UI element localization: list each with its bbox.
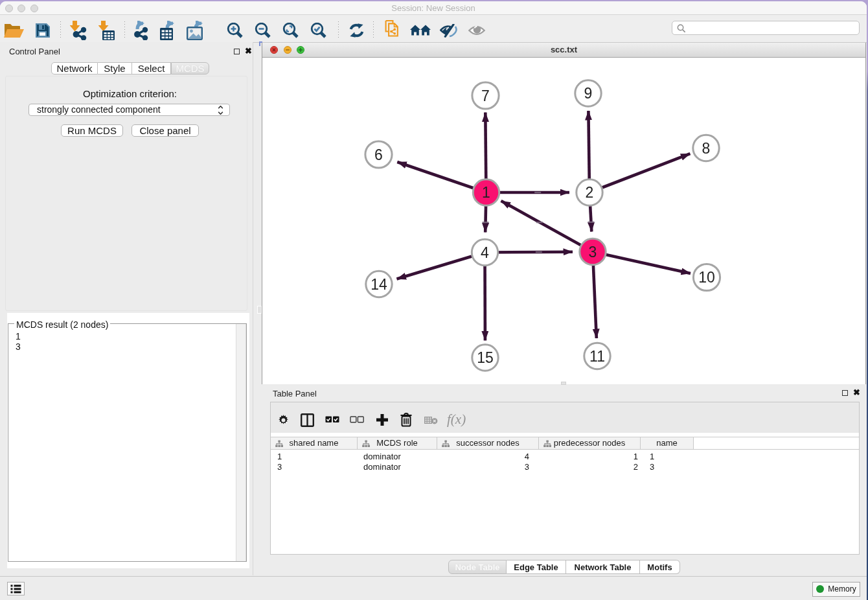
svg-text:9: 9 xyxy=(584,85,593,102)
svg-text:6: 6 xyxy=(374,146,383,163)
svg-text:7: 7 xyxy=(481,87,490,104)
svg-text:1: 1 xyxy=(482,184,490,201)
svg-text:10: 10 xyxy=(698,269,715,286)
svg-text:2: 2 xyxy=(586,184,594,201)
svg-text:8: 8 xyxy=(702,140,711,157)
svg-text:4: 4 xyxy=(481,244,489,261)
svg-text:11: 11 xyxy=(589,348,605,365)
svg-text:15: 15 xyxy=(477,349,494,366)
svg-text:14: 14 xyxy=(371,276,387,293)
svg-text:3: 3 xyxy=(589,244,597,260)
